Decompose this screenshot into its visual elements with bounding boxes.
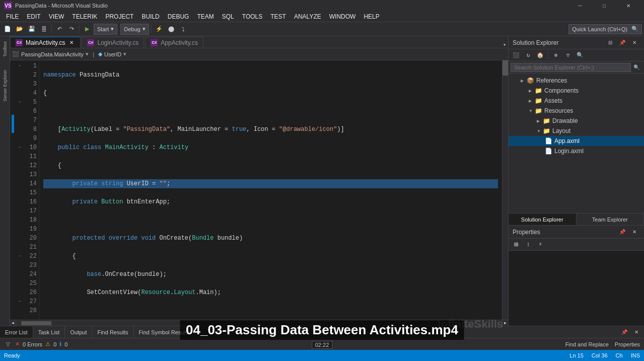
error-count: 0 Errors bbox=[23, 341, 42, 347]
menu-team[interactable]: TEAM bbox=[193, 11, 218, 22]
tree-item-login-axml[interactable]: 📄 Login.axml bbox=[509, 146, 644, 156]
menu-window[interactable]: WINDOW bbox=[325, 11, 360, 22]
menu-debug[interactable]: DEBUG bbox=[164, 11, 193, 22]
menu-help[interactable]: HELP bbox=[360, 11, 383, 22]
collapse-3[interactable]: − bbox=[16, 143, 23, 152]
collapse-5[interactable]: − bbox=[16, 297, 23, 306]
tree-item-drawable[interactable]: ▶ 📁 Drawable bbox=[509, 116, 644, 126]
menu-test[interactable]: TEST bbox=[266, 11, 290, 22]
undo-button[interactable]: ↶ bbox=[54, 24, 65, 35]
editor-content[interactable]: − − − bbox=[10, 60, 508, 320]
start-dropdown[interactable]: Start ▾ bbox=[94, 24, 117, 35]
close-button[interactable]: ✕ bbox=[617, 0, 640, 11]
se-search[interactable]: 🔍 bbox=[509, 61, 644, 74]
tab-appactivity[interactable]: C# AppActivity.cs bbox=[145, 37, 203, 48]
cs-icon-3: C# bbox=[151, 39, 158, 46]
tab-loginactivity[interactable]: C# LoginActivity.cs bbox=[82, 37, 144, 48]
new-project-button[interactable]: 📄 bbox=[2, 24, 13, 35]
menu-sql[interactable]: SQL bbox=[218, 11, 238, 22]
tab-loginactivity-label: LoginActivity.cs bbox=[97, 39, 138, 46]
se-tab-team-explorer[interactable]: Team Explorer bbox=[577, 213, 645, 225]
scroll-thumb[interactable] bbox=[503, 60, 508, 76]
menu-edit[interactable]: EDIT bbox=[23, 11, 44, 22]
maximize-button[interactable]: □ bbox=[593, 0, 616, 11]
scroll-right[interactable]: ► bbox=[502, 320, 508, 326]
se-home-button[interactable]: 🏠 bbox=[535, 50, 546, 61]
props-header: Properties 📌 ✕ bbox=[509, 226, 644, 239]
bottom-tab-task-list[interactable]: Task List bbox=[33, 326, 65, 338]
start-button[interactable]: ▶ bbox=[82, 24, 93, 35]
scroll-thumb-h[interactable] bbox=[21, 321, 51, 325]
vs-logo: VS bbox=[4, 2, 12, 10]
tree-item-app-axml[interactable]: 📄 App.axml bbox=[509, 136, 644, 146]
props-sort-button[interactable]: ↕ bbox=[523, 239, 534, 250]
open-button[interactable]: 📂 bbox=[14, 24, 25, 35]
se-pin-button[interactable]: 📌 bbox=[617, 37, 628, 48]
scroll-left[interactable]: ◄ bbox=[10, 320, 16, 326]
menu-view[interactable]: VIEW bbox=[45, 11, 68, 22]
props-close-button[interactable]: ✕ bbox=[629, 227, 640, 238]
se-add-button[interactable]: ⊕ bbox=[550, 50, 561, 61]
se-search-icon[interactable]: 🔍 bbox=[631, 62, 642, 73]
se-close-button[interactable]: ✕ bbox=[629, 37, 640, 48]
error-filter-dropdown[interactable]: ▽ bbox=[4, 339, 12, 350]
se-solution-button[interactable]: ⬛ bbox=[511, 50, 522, 61]
breadcrumb-member[interactable]: UserID bbox=[104, 51, 121, 57]
se-filter-button[interactable]: ▽ bbox=[562, 50, 574, 61]
window-controls[interactable]: ─ □ ✕ bbox=[568, 0, 640, 11]
attach-button[interactable]: ⚡ bbox=[154, 24, 165, 35]
bottom-close-button[interactable]: ✕ bbox=[631, 327, 642, 338]
se-tab-solution-explorer[interactable]: Solution Explorer bbox=[509, 213, 577, 225]
tab-mainactivity-close[interactable]: ✕ bbox=[68, 39, 75, 46]
save-button[interactable]: 💾 bbox=[26, 24, 37, 35]
code-area[interactable]: namespace PassingData { [Activity(Label … bbox=[39, 60, 502, 320]
tree-item-references[interactable]: ▶ 📦 References bbox=[509, 76, 644, 86]
tree-item-components[interactable]: ▶ 📁 Components bbox=[509, 86, 644, 96]
step-over-button[interactable]: ⤵ bbox=[178, 24, 189, 35]
minimize-button[interactable]: ─ bbox=[568, 0, 592, 11]
find-replace-link[interactable]: Find and Replace bbox=[565, 341, 609, 347]
se-search-button[interactable]: 🔍 bbox=[575, 50, 586, 61]
properties-link[interactable]: Properties bbox=[615, 341, 640, 347]
props-filter-button[interactable]: ⚡ bbox=[535, 239, 546, 250]
quick-launch[interactable]: Quick Launch (Ctrl+Q) 🔍 bbox=[568, 24, 642, 34]
menu-tools[interactable]: TOOLS bbox=[238, 11, 266, 22]
tree-item-resources[interactable]: ▼ 📁 Resources bbox=[509, 106, 644, 116]
toolbox-tab[interactable]: Toolbox bbox=[2, 37, 9, 61]
redo-button[interactable]: ↷ bbox=[66, 24, 77, 35]
cs-icon-2: C# bbox=[87, 39, 94, 46]
props-grid-button[interactable]: ⊞ bbox=[511, 239, 522, 250]
bottom-tab-output[interactable]: Output bbox=[65, 326, 92, 338]
tab-mainactivity[interactable]: C# MainActivity.cs ✕ bbox=[10, 37, 81, 48]
bottom-pin-button[interactable]: 📌 bbox=[619, 327, 630, 338]
menu-build[interactable]: BUILD bbox=[137, 11, 163, 22]
properties-title: Properties bbox=[513, 229, 540, 236]
tab-dropdown[interactable]: ▾ bbox=[503, 42, 508, 48]
menu-analyze[interactable]: ANALYZE bbox=[290, 11, 325, 22]
breakpoint-button[interactable]: ⬤ bbox=[166, 24, 177, 35]
gutter-left bbox=[10, 60, 16, 320]
debug-dropdown[interactable]: Debug ▾ bbox=[120, 24, 149, 35]
server-explorer-tab[interactable]: Server Explorer bbox=[2, 66, 9, 106]
scroll-track[interactable] bbox=[16, 321, 502, 325]
bottom-tab-find-symbol[interactable]: Find Symbol Results bbox=[134, 326, 195, 338]
save-all-button[interactable]: 🗄 bbox=[38, 24, 49, 35]
se-search-input[interactable] bbox=[511, 63, 631, 72]
menu-project[interactable]: PROJECT bbox=[101, 11, 137, 22]
warning-count: 0 bbox=[53, 341, 56, 347]
collapse-1[interactable]: − bbox=[16, 61, 23, 70]
bottom-tab-find-results[interactable]: Find Results bbox=[92, 326, 133, 338]
collapse-4[interactable]: − bbox=[16, 252, 23, 261]
tree-item-layout[interactable]: ▼ 📁 Layout bbox=[509, 126, 644, 136]
menu-telerik[interactable]: TELERIK bbox=[68, 11, 101, 22]
se-collapse-button[interactable]: ⊟ bbox=[605, 37, 616, 48]
vertical-scrollbar[interactable] bbox=[502, 60, 508, 320]
se-refresh-button[interactable]: ↻ bbox=[523, 50, 534, 61]
collapse-2[interactable]: − bbox=[16, 98, 23, 107]
breadcrumb-namespace[interactable]: PassingData.MainActivity bbox=[21, 51, 84, 57]
props-pin-button[interactable]: 📌 bbox=[617, 227, 628, 238]
bottom-tab-error-list[interactable]: Error List bbox=[0, 326, 33, 338]
tree-item-assets[interactable]: ▶ 📁 Assets bbox=[509, 96, 644, 106]
menu-file[interactable]: FILE bbox=[2, 11, 23, 22]
horizontal-scrollbar[interactable]: ◄ ► bbox=[10, 320, 508, 326]
